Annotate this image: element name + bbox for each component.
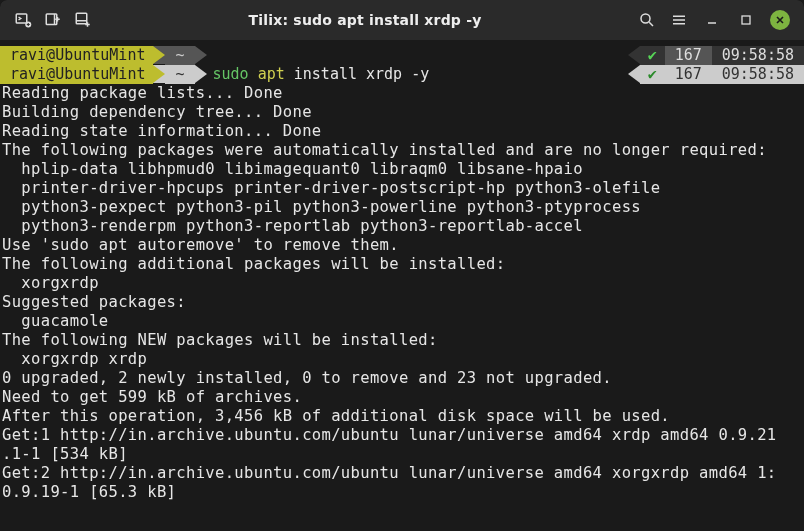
svg-rect-3 — [76, 13, 87, 24]
output-line: Get:1 http://in.archive.ubuntu.com/ubunt… — [2, 426, 777, 444]
prompt-userhost: ravi@UbuntuMint — [0, 65, 153, 84]
maximize-button[interactable] — [736, 10, 756, 30]
output-line: python3-pexpect python3-pil python3-powe… — [2, 198, 641, 216]
svg-point-4 — [641, 14, 650, 23]
terminal-output: Reading package lists... Done Building d… — [0, 84, 804, 506]
cmd-apt: apt — [258, 65, 285, 83]
status-number: 167 — [665, 65, 712, 84]
add-right-icon[interactable] — [44, 11, 62, 29]
terminal-new-icon[interactable] — [14, 11, 32, 29]
output-line: hplip-data libhpmud0 libimagequant0 libr… — [2, 160, 583, 178]
prompt-command-empty — [207, 46, 628, 65]
output-line: Use 'sudo apt autoremove' to remove them… — [2, 236, 399, 254]
powerline-arrow-left-icon — [628, 65, 640, 83]
status-check-icon: ✔ — [640, 65, 665, 84]
output-line: xorgxrdp — [2, 274, 99, 292]
prompt-userhost: ravi@UbuntuMint — [0, 46, 153, 65]
minimize-button[interactable] — [702, 10, 722, 30]
status-time: 09:58:58 — [712, 46, 804, 65]
output-line: The following additional packages will b… — [2, 255, 505, 273]
output-line: The following NEW packages will be insta… — [2, 331, 438, 349]
powerline-arrow-icon — [195, 65, 207, 83]
cmd-sudo: sudo — [213, 65, 249, 83]
cmd-rest: install xrdp -y — [285, 65, 430, 83]
powerline-arrow-icon — [153, 65, 165, 83]
output-line: Suggested packages: — [2, 293, 186, 311]
prompt-path: ~ — [165, 46, 194, 65]
close-button[interactable] — [770, 10, 790, 30]
output-line: python3-renderpm python3-reportlab pytho… — [2, 217, 583, 235]
search-icon[interactable] — [638, 11, 656, 29]
output-line: Building dependency tree... Done — [2, 103, 312, 121]
status-number: 167 — [665, 46, 712, 65]
status-check-icon: ✔ — [640, 46, 665, 65]
titlebar: Tilix: sudo apt install xrdp -y — [0, 0, 804, 40]
output-line: Reading state information... Done — [2, 122, 322, 140]
prompt-line-2: ravi@UbuntuMint ~ sudo apt install xrdp … — [0, 65, 804, 84]
terminal-content[interactable]: ravi@UbuntuMint ~ ✔ 167 09:58:58 ravi@Ub… — [0, 40, 804, 506]
output-line: xorgxrdp xrdp — [2, 350, 147, 368]
powerline-arrow-icon — [195, 46, 207, 64]
prompt-line-1: ravi@UbuntuMint ~ ✔ 167 09:58:58 — [0, 46, 804, 65]
powerline-arrow-icon — [153, 46, 165, 64]
titlebar-right-icons — [638, 10, 796, 30]
output-line: guacamole — [2, 312, 109, 330]
prompt-status: ✔ 167 09:58:58 — [628, 46, 804, 65]
powerline-arrow-left-icon — [628, 46, 640, 64]
output-line: .1-1 [534 kB] — [2, 445, 128, 463]
prompt-command: sudo apt install xrdp -y — [207, 65, 628, 84]
svg-rect-5 — [742, 16, 750, 24]
menu-icon[interactable] — [670, 11, 688, 29]
output-line: printer-driver-hpcups printer-driver-pos… — [2, 179, 660, 197]
prompt-path: ~ — [165, 65, 194, 84]
window-title: Tilix: sudo apt install xrdp -y — [98, 12, 632, 28]
output-line: 0.9.19-1 [65.3 kB] — [2, 483, 176, 501]
titlebar-left-icons — [8, 11, 92, 29]
output-line: Need to get 599 kB of archives. — [2, 388, 302, 406]
output-line: 0 upgraded, 2 newly installed, 0 to remo… — [2, 369, 612, 387]
status-time: 09:58:58 — [712, 65, 804, 84]
output-line: Reading package lists... Done — [2, 84, 283, 102]
add-down-icon[interactable] — [74, 11, 92, 29]
output-line: Get:2 http://in.archive.ubuntu.com/ubunt… — [2, 464, 777, 482]
prompt-status: ✔ 167 09:58:58 — [628, 65, 804, 84]
output-line: The following packages were automaticall… — [2, 141, 767, 159]
output-line: After this operation, 3,456 kB of additi… — [2, 407, 670, 425]
